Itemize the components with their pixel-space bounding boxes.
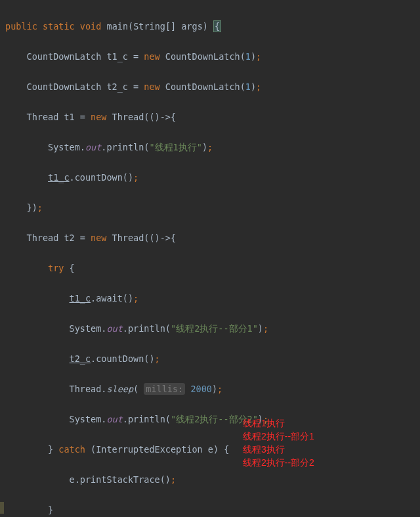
output-line: 线程2执行--部分1 bbox=[243, 430, 314, 443]
console-output-overlay: 线程1执行 线程2执行--部分1 线程3执行 线程2执行--部分2 bbox=[243, 416, 314, 469]
code-editor: public static void main(String[] args) {… bbox=[0, 0, 420, 517]
code-line: Thread.sleep( millis: 2000); bbox=[5, 382, 420, 397]
code-line: } catch (InterruptedException e) { bbox=[5, 442, 420, 457]
gutter-highlight bbox=[0, 502, 4, 514]
code-line: try { bbox=[5, 261, 420, 276]
code-line: } bbox=[5, 503, 420, 517]
code-line: System.out.println("线程2执行--部分1"); bbox=[5, 321, 420, 336]
code-line: e.printStackTrace(); bbox=[5, 472, 420, 487]
code-line: System.out.println("线程2执行--部分2"); bbox=[5, 412, 420, 427]
code-line: CountDownLatch t2_c = new CountDownLatch… bbox=[5, 79, 420, 95]
code-line: System.out.println("线程1执行"); bbox=[5, 140, 420, 155]
output-line: 线程2执行--部分2 bbox=[243, 456, 314, 469]
code-line: Thread t2 = new Thread(()->{ bbox=[5, 231, 420, 246]
output-line: 线程1执行 bbox=[243, 416, 314, 430]
output-line: 线程3执行 bbox=[243, 443, 314, 456]
code-line: CountDownLatch t1_c = new CountDownLatch… bbox=[5, 49, 420, 64]
code-line: public static void main(String[] args) { bbox=[5, 19, 420, 34]
code-line: }); bbox=[5, 200, 420, 215]
code-line: t1_c.await(); bbox=[5, 291, 420, 306]
code-line: t2_c.countDown(); bbox=[5, 351, 420, 367]
code-line: Thread t1 = new Thread(()->{ bbox=[5, 110, 420, 125]
code-line: t1_c.countDown(); bbox=[5, 170, 420, 185]
